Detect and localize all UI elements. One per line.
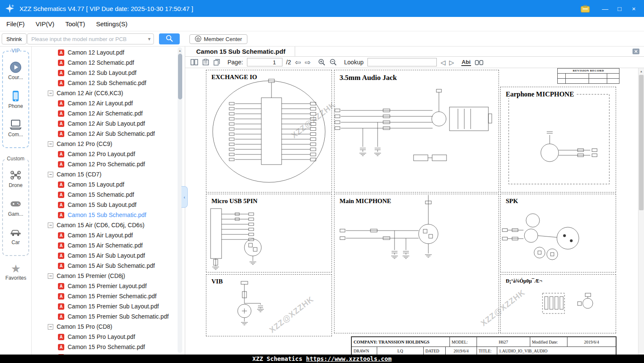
menu-item-settingss[interactable]: Settings(S) <box>96 20 127 28</box>
tree-collapse-handle[interactable]: ‹ <box>181 186 188 208</box>
find-next-icon[interactable]: ▷ <box>449 59 454 66</box>
tree-file[interactable]: ACamon 15 Air Schematic.pdf <box>32 240 185 250</box>
revision-record-table: REVISION RECORD <box>557 68 619 84</box>
close-button[interactable]: × <box>628 3 640 14</box>
revision-row <box>558 79 619 83</box>
tree-file[interactable]: ACamon 15 Layout.pdf <box>32 179 185 190</box>
tree-file[interactable]: ACamon 15 Premier Schematic.pdf <box>32 291 185 301</box>
next-page-icon[interactable]: ⇨ <box>305 59 311 66</box>
section-title: 3.5mm Audio Jack <box>340 74 399 82</box>
zoom-in-icon[interactable] <box>318 58 326 66</box>
search-input[interactable] <box>27 34 153 44</box>
copy-page-icon[interactable] <box>213 59 220 66</box>
star-icon: ★ <box>11 263 21 274</box>
tree-file[interactable]: ACamon 12 Pro Schematic.pdf <box>32 159 185 169</box>
sidebar-item-favorites[interactable]: ★ Favorites <box>0 263 32 281</box>
collapse-minus-icon[interactable]: − <box>48 91 53 96</box>
lookup-input[interactable] <box>367 58 437 66</box>
prev-page-icon[interactable]: ⇦ <box>295 59 301 66</box>
tree-file[interactable]: ACamon 12 Schematic.pdf <box>32 58 185 68</box>
drone-icon <box>10 169 22 181</box>
menu-item-toolt[interactable]: Tool(T) <box>66 20 85 28</box>
pdf-file-icon: A <box>58 314 64 320</box>
title-value-cell: 1.AUDIO_IO_VIB_AUDIO <box>497 347 616 355</box>
tree-file[interactable]: ACamon 15 Air Layout.pdf <box>32 230 185 240</box>
collapse-minus-icon[interactable]: − <box>48 172 53 177</box>
sidebar-item-car[interactable]: Car <box>10 226 22 245</box>
status-url[interactable]: https://www.xzztools.com <box>306 355 392 362</box>
find-prev-icon[interactable]: ◁ <box>441 59 446 66</box>
collapse-minus-icon[interactable]: − <box>48 141 53 147</box>
tree-item-label: Camon 12 Air Layout.pdf <box>68 100 133 107</box>
tab-document[interactable]: Camon 15 Sub Schematic.pdf <box>185 47 295 56</box>
tree-file[interactable]: ACamon 12 Air Layout.pdf <box>32 98 185 108</box>
menu-item-filef[interactable]: File(F) <box>6 20 25 28</box>
tree-file[interactable]: ACamon 15 Pro Schematic.pdf <box>32 342 185 352</box>
tree-node[interactable]: −Camon 12 Air (CC6,KC3) <box>32 88 185 98</box>
maximize-button[interactable]: □ <box>614 3 625 14</box>
tree-node[interactable]: −Camon 15 Premier (CD8j) <box>32 271 185 281</box>
tree-node[interactable]: −Camon 15 (CD7) <box>32 169 185 179</box>
tree-file[interactable]: ACamon 12 Air Schematic.pdf <box>32 108 185 118</box>
tree-node[interactable]: −Camon 15 Air (CD6, CD6j, CD6s) <box>32 220 185 230</box>
zoom-out-icon[interactable] <box>329 58 337 66</box>
vip-badge-icon[interactable] <box>581 5 590 13</box>
sidebar-item-cour[interactable]: Cour... <box>8 61 23 80</box>
pdf-file-icon: A <box>58 283 64 289</box>
section-title: SPK <box>506 198 520 205</box>
pdf-file-icon: A <box>58 202 64 208</box>
tree-scrollbar-thumb[interactable] <box>178 54 182 99</box>
page-input[interactable] <box>247 58 282 66</box>
tree-file[interactable]: ACamon 15 Air Sub Layout.pdf <box>32 250 185 261</box>
tree-node[interactable]: −Camon 15 Pro (CD8) <box>32 322 185 332</box>
collapse-minus-icon[interactable]: − <box>48 273 53 279</box>
binoculars-icon[interactable] <box>475 59 483 66</box>
menu-item-vipv[interactable]: VIP(V) <box>36 20 54 28</box>
sidebar-item-gam[interactable]: Gam... <box>8 198 23 217</box>
close-document-icon[interactable] <box>632 48 640 55</box>
tree-file[interactable]: ACamon 15 Sub Schematic.pdf <box>32 210 185 220</box>
scroll-up-icon[interactable]: ▲ <box>178 47 182 53</box>
minimize-button[interactable]: — <box>599 3 611 14</box>
tree-item-label: Camon 12 Sub Layout.pdf <box>68 69 137 76</box>
tree-file[interactable]: ACamon 12 Sub Schematic.pdf <box>32 78 185 88</box>
tree-file[interactable]: ACamon 15 Premier Sub Layout.pdf <box>32 301 185 311</box>
app-logo-icon <box>4 3 15 14</box>
collapse-minus-icon[interactable]: − <box>48 324 53 330</box>
tree-file[interactable]: ACamon 12 Sub Layout.pdf <box>32 68 185 78</box>
abi-text-tool[interactable]: Abi <box>461 59 471 66</box>
sidebar-item-phone[interactable]: Phone <box>8 90 23 109</box>
pdf-scrollbar[interactable]: ▲ <box>638 68 644 355</box>
tree-file[interactable]: ACamon 15 Sub Layout.pdf <box>32 200 185 210</box>
tree-file[interactable]: ACamon 12 Air Sub Schematic.pdf <box>32 129 185 139</box>
tree-item-label: Camon 15 Premier Sub Layout.pdf <box>68 303 159 310</box>
pdf-scrollbar-thumb[interactable] <box>639 75 644 210</box>
chevron-down-icon[interactable]: ▾ <box>148 36 151 42</box>
tree-node[interactable]: −Camon 12 Pro (CC9) <box>32 139 185 149</box>
tree-file[interactable]: ACamon 15 Premier Layout.pdf <box>32 281 185 291</box>
pdf-file-icon: A <box>58 253 64 259</box>
tree-item-label: Camon 12 Air (CC6,KC3) <box>57 90 123 96</box>
tree-file[interactable]: ACamon 15 Pro Layout.pdf <box>32 332 185 342</box>
collapse-minus-icon[interactable]: − <box>48 223 53 228</box>
tree-item-label: Camon 15 Sub Schematic.pdf <box>68 212 146 218</box>
tree-file[interactable]: ACamon 12 Air Sub Layout.pdf <box>32 118 185 129</box>
window-title: XZZ Schematics V4.77 [ VIP Due date: 202… <box>19 5 193 12</box>
two-page-view-icon[interactable] <box>190 59 198 66</box>
tree-file[interactable]: ACamon 15 Schematic.pdf <box>32 190 185 200</box>
tree-file[interactable]: ACamon 15 Premier Sub Schematic.pdf <box>32 311 185 322</box>
search-button[interactable] <box>159 33 180 44</box>
pdf-scroll-up-icon[interactable]: ▲ <box>639 68 644 74</box>
section-vib: VIB <box>206 274 332 336</box>
sidebar-item-com[interactable]: Com... <box>8 118 23 138</box>
tree-item-label: Camon 15 Premier Sub Schematic.pdf <box>68 313 169 320</box>
shrink-button[interactable]: Shrink <box>2 33 27 44</box>
sidebar-item-drone[interactable]: Drone <box>9 169 23 188</box>
tree-file[interactable]: ACamon 15 Air Sub Schematic.pdf <box>32 261 185 271</box>
clipboard-icon[interactable] <box>202 59 209 66</box>
tree-file[interactable]: ACamon 12 Pro Layout.pdf <box>32 149 185 159</box>
member-center-button[interactable]: Member Center <box>189 34 247 44</box>
tree-file[interactable]: ACamon 12 Layout.pdf <box>32 47 185 58</box>
title-block-row: COMPANY: TRANSSION HOLDINGS MODEL: H627 … <box>352 337 616 347</box>
pdf-file-icon: A <box>58 161 64 168</box>
